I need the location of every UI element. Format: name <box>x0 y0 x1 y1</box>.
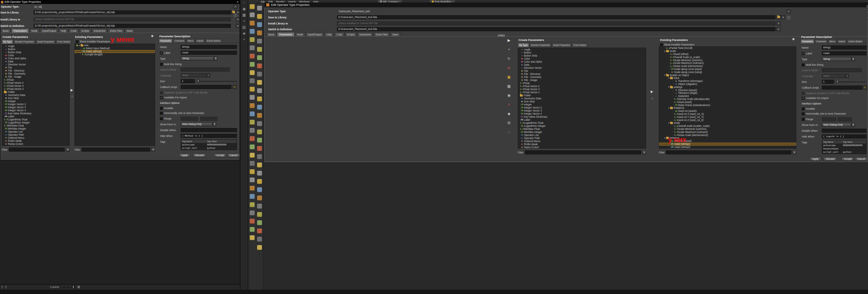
show-invisible-checkbox[interactable] <box>76 40 79 43</box>
param-type-row[interactable]: 1.2Float Vector 3 <box>518 88 646 91</box>
right-dialog-titlebar[interactable]: Edit Operator Type Properties <box>265 2 868 7</box>
param-type-row[interactable]: 10Integer Vector 3 <box>2 106 69 109</box>
tree-param-row[interactable]: └1.2rand rot X (rand_rot_X) <box>659 113 796 116</box>
tab-render-properties[interactable]: Render Properties <box>529 43 551 47</box>
shelf-tool-icon[interactable] <box>250 37 255 42</box>
tree-param-row[interactable]: └1.2Scale Maximum (outmax1) <box>659 62 796 65</box>
shelf-tool-icon[interactable] <box>257 245 262 250</box>
tab-parameter[interactable]: Parameter <box>801 39 814 43</box>
param-type-row[interactable]: ◆Geometry Data <box>2 93 69 96</box>
status-dropdown-arrow-icon[interactable]: ▾ <box>77 285 81 289</box>
type-dropdown[interactable]: String <box>822 57 851 61</box>
camera-icon[interactable]: ◉ <box>240 7 248 11</box>
tree-param-row[interactable]: └1.2Overall Scale (o_scale) <box>659 56 796 59</box>
status-icon[interactable] <box>5 285 7 289</box>
shelf-tool-icon[interactable] <box>250 227 255 232</box>
param-type-row[interactable]: 10Integer Vector 2 <box>2 103 69 106</box>
switch-dropdown-arrow-icon[interactable]: ▾ <box>776 27 781 31</box>
hide-when-input[interactable]: { input4 != 1 } <box>822 135 866 139</box>
horizontal-join-checkbox[interactable] <box>160 112 163 115</box>
param-type-row[interactable]: ▭Button Strip <box>518 54 646 57</box>
tab-menu[interactable]: Menu <box>828 39 837 43</box>
param-type-row[interactable]: 1.2Float Vector 2 <box>518 85 646 88</box>
name-input[interactable]: string1 <box>181 45 237 49</box>
grid-icon[interactable]: ▦ <box>240 13 248 17</box>
tab-node-properties[interactable]: Node Properties <box>552 43 571 47</box>
drag-grip-icon[interactable]: ∷ <box>240 1 248 5</box>
param-type-row[interactable]: ▤File - Directory <box>2 69 69 72</box>
tree-param-row[interactable]: └1.2Scale Minimum (outmin1) <box>659 59 796 62</box>
tab-input-output[interactable]: Input/Output <box>40 28 58 33</box>
disable-when-input[interactable] <box>181 128 237 132</box>
shelf-tool-icon[interactable] <box>250 21 255 26</box>
param-type-row[interactable]: ↗Direction Vector <box>518 66 646 69</box>
shelf-tool-icon[interactable] <box>257 88 262 93</box>
language-spinner-icon[interactable]: ⇕ <box>207 74 210 77</box>
discard-button[interactable]: Discard <box>824 157 837 161</box>
filter-input[interactable] <box>82 148 150 152</box>
callback-script-input[interactable] <box>822 86 862 90</box>
param-type-row[interactable]: AbLabel <box>2 115 69 118</box>
param-type-row[interactable]: 1.2Float Vector 4 <box>518 91 646 94</box>
lines-to-show-input[interactable] <box>822 68 862 72</box>
shelf-tool-icon[interactable] <box>257 220 262 225</box>
param-type-row[interactable]: Folder <box>2 90 69 93</box>
horizontal-join-checkbox[interactable] <box>802 113 805 115</box>
tree-param-row[interactable]: └1.2Overall scale (scatter_scale) <box>659 125 796 128</box>
tab-by-type[interactable]: By Type <box>518 43 529 47</box>
shelf-tool-icon[interactable] <box>250 87 255 92</box>
param-type-row[interactable]: Folder <box>518 94 646 97</box>
param-type-row[interactable]: ▤File - Image <box>2 75 69 78</box>
camera-tool-icon[interactable]: ◉ <box>504 93 514 97</box>
tree-param-row[interactable]: └1.2Noise scale (elementsize) <box>659 65 796 68</box>
param-type-row[interactable]: ≡Ordered Menu <box>518 140 646 143</box>
param-type-row[interactable]: ▤File <box>2 66 69 69</box>
shelf-tool-icon[interactable] <box>257 80 262 85</box>
layers-icon[interactable]: ▤ <box>240 25 248 29</box>
language-spinner-icon[interactable]: ⇕ <box>845 74 849 78</box>
left-dialog-titlebar[interactable]: Edit Operator Type Properties × <box>0 0 240 4</box>
param-type-row[interactable]: ▤File - Image <box>518 79 646 82</box>
tree-param-row[interactable]: └10Seed rot (seed2) <box>659 110 796 113</box>
shelf-tool-icon[interactable] <box>257 154 262 159</box>
install-dropdown-arrow-icon[interactable]: ▾ <box>236 18 240 21</box>
param-type-row[interactable]: ▭Button <box>518 51 646 54</box>
cropped-toolbar-icon[interactable] <box>866 5 868 8</box>
shelf-tool-icon[interactable] <box>257 55 262 60</box>
shelf-tool-icon[interactable] <box>250 103 255 108</box>
shelf-tool-icon[interactable] <box>257 39 262 44</box>
shelf-tool-icon[interactable] <box>250 194 255 199</box>
size-slider[interactable] <box>197 79 237 83</box>
status-icon[interactable] <box>1 285 3 289</box>
shelf-tool-icon[interactable] <box>257 146 262 151</box>
tab-basic[interactable]: Basic <box>1 28 11 33</box>
tree-folder-row[interactable]: ▾Scale <box>659 50 796 53</box>
shelf-tool-icon[interactable] <box>250 95 255 100</box>
shelf-tool-icon[interactable] <box>257 171 262 176</box>
show-parm-in-spinner-icon[interactable]: ⇕ <box>213 122 216 126</box>
shelf-tool-icon[interactable] <box>250 136 255 141</box>
home-tool-icon[interactable]: ⌂ <box>504 130 514 134</box>
switch-definition-input[interactable]: D:/GameJam_Placement_tool.hda <box>337 27 775 31</box>
gem-icon[interactable]: ◈ <box>240 31 248 35</box>
rotate-tool-icon[interactable]: ↻ <box>504 57 514 61</box>
param-type-row[interactable]: ⊞Operator List <box>2 130 69 133</box>
show-parm-in-dropdown[interactable]: Main Dialog Only <box>822 123 851 127</box>
shelf-tool-icon[interactable] <box>257 72 262 77</box>
param-type-row[interactable]: ◎Operator Path <box>518 137 646 140</box>
tab-basic[interactable]: Basic <box>266 32 277 37</box>
shelf-tool-icon[interactable] <box>257 31 262 35</box>
cancel-button[interactable]: Cancel <box>855 157 868 161</box>
param-type-row[interactable]: ▨Ramp (Color) <box>518 146 646 149</box>
tree-param-row[interactable]: └▨Scale along curve (ramp) <box>659 70 796 74</box>
tree-param-row[interactable]: └≡Direction (input2) <box>659 89 796 92</box>
tree-folder-row[interactable]: ▾Scale <box>659 122 796 125</box>
param-type-row[interactable]: 1.2Float <box>2 78 69 81</box>
filter-input[interactable] <box>525 150 641 154</box>
tree-param-row[interactable]: └abAsset (string2) <box>659 145 796 149</box>
filter-input[interactable] <box>9 148 65 152</box>
param-type-row[interactable]: ∠Angle <box>2 45 69 48</box>
waves-icon[interactable]: ≈ <box>240 37 248 41</box>
presets-icon[interactable]: ≡ <box>233 5 238 8</box>
language-dropdown[interactable]: None <box>822 74 845 78</box>
